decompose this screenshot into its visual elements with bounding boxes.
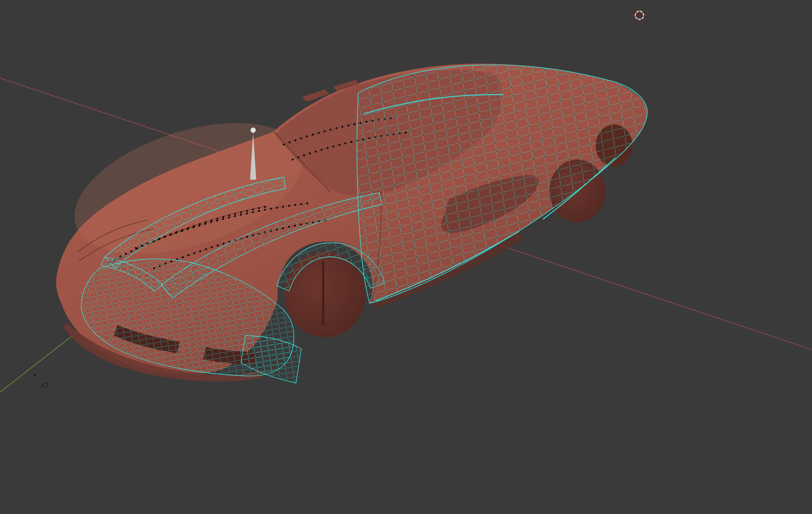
- antenna-tip: [251, 128, 256, 133]
- stray-dot: [34, 374, 36, 376]
- blender-3d-viewport[interactable]: [0, 0, 812, 514]
- viewport-canvas[interactable]: [0, 0, 812, 514]
